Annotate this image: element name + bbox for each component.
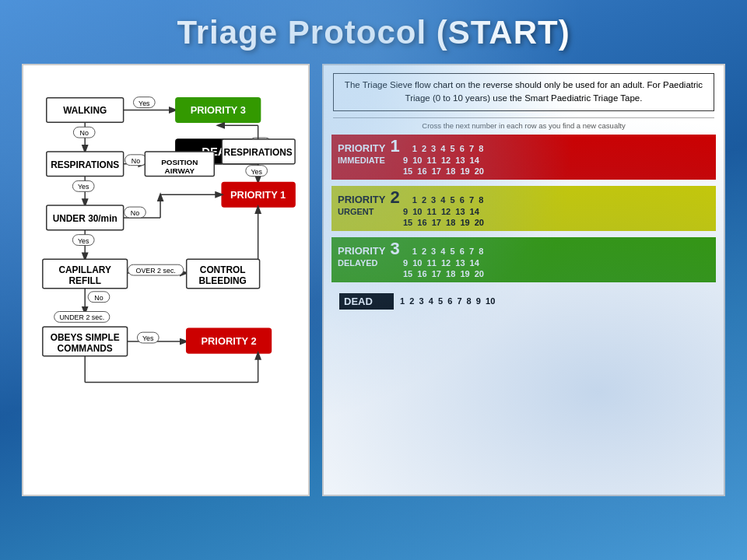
svg-text:No: No — [131, 209, 139, 217]
svg-text:Yes: Yes — [142, 334, 154, 342]
p1-number: 1 — [390, 138, 399, 155]
svg-text:COMMANDS: COMMANDS — [58, 343, 113, 354]
svg-text:WALKING: WALKING — [63, 105, 107, 116]
triage-instruction: Cross the next number in each row as you… — [333, 117, 714, 130]
svg-text:No: No — [132, 157, 140, 165]
p3-sublabel: DELAYED — [338, 258, 400, 268]
p3-label: PRIORITY — [338, 245, 385, 257]
p2-label: PRIORITY — [338, 194, 385, 205]
p1-row2-nums: 9 10 11 12 13 14 — [403, 156, 479, 165]
p2-row3-nums: 15 16 17 18 19 20 — [403, 218, 484, 227]
p2-row1-nums: 1 2 3 4 5 6 7 8 — [412, 195, 484, 205]
svg-text:Yes: Yes — [78, 183, 89, 191]
svg-text:BLEEDING: BLEEDING — [199, 275, 247, 286]
svg-text:PRIORITY 3: PRIORITY 3 — [191, 104, 246, 116]
p2-number: 2 — [390, 189, 399, 206]
p1-row3-nums: 15 16 17 18 19 20 — [403, 166, 484, 176]
p1-sublabel: IMMEDIATE — [338, 156, 400, 165]
p1-row1-nums: 1 2 3 4 5 6 7 8 — [412, 144, 484, 153]
flowchart-panel: WALKING Yes Yes PRIORITY 3 No DEAD RESPI… — [22, 64, 310, 496]
svg-text:REFILL: REFILL — [68, 275, 101, 286]
p3-row2-nums: 9 10 11 12 13 14 — [403, 258, 479, 268]
triage-panel: The Triage Sieve flow chart on the rever… — [322, 64, 725, 496]
p3-row1-nums: 1 2 3 4 5 6 7 8 — [412, 247, 484, 256]
p2-sublabel: URGENT — [338, 207, 400, 216]
svg-text:Yes: Yes — [78, 237, 89, 245]
svg-text:Yes: Yes — [139, 100, 150, 107]
svg-text:OVER 2 sec.: OVER 2 sec. — [136, 267, 176, 275]
svg-text:AIRWAY: AIRWAY — [165, 166, 195, 175]
triage-header: The Triage Sieve flow chart on the rever… — [333, 73, 714, 111]
dead-section: DEAD 1 2 3 4 5 6 7 8 9 10 — [339, 290, 708, 313]
svg-text:CAPILLARY: CAPILLARY — [58, 264, 111, 275]
svg-text:CONTROL: CONTROL — [200, 264, 246, 275]
svg-text:POSITION: POSITION — [161, 158, 198, 166]
p3-row3-nums: 15 16 17 18 19 20 — [403, 269, 484, 278]
svg-text:No: No — [94, 294, 103, 302]
content-area: WALKING Yes Yes PRIORITY 3 No DEAD RESPI… — [0, 64, 747, 496]
svg-text:PRIORITY 2: PRIORITY 2 — [201, 335, 256, 347]
p3-number: 3 — [390, 240, 399, 257]
triage-header-text: The Triage Sieve flow chart on the rever… — [345, 80, 703, 103]
p2-row2-nums: 9 10 11 12 13 14 — [403, 207, 479, 216]
svg-text:RESPIRATIONS: RESPIRATIONS — [224, 147, 293, 158]
svg-text:RESPIRATIONS: RESPIRATIONS — [51, 159, 119, 170]
dead-numbers: 1 2 3 4 5 6 7 8 9 10 — [394, 294, 501, 308]
svg-text:Yes: Yes — [251, 168, 262, 176]
svg-text:UNDER 2 sec.: UNDER 2 sec. — [59, 313, 104, 321]
p1-label: PRIORITY — [338, 142, 385, 154]
page-title: Triage Protocol (START) — [0, 0, 747, 61]
svg-text:UNDER 30/min: UNDER 30/min — [53, 213, 117, 224]
dead-label: DEAD — [339, 293, 394, 310]
svg-text:PRIORITY 1: PRIORITY 1 — [230, 189, 286, 201]
svg-text:No: No — [80, 129, 89, 137]
priority1-section: PRIORITY 1 1 2 3 4 5 6 7 8 IMMEDIATE 9 1… — [324, 135, 724, 313]
flowchart-svg: WALKING Yes Yes PRIORITY 3 No DEAD RESPI… — [31, 76, 300, 481]
svg-text:OBEYS SIMPLE: OBEYS SIMPLE — [51, 332, 120, 343]
